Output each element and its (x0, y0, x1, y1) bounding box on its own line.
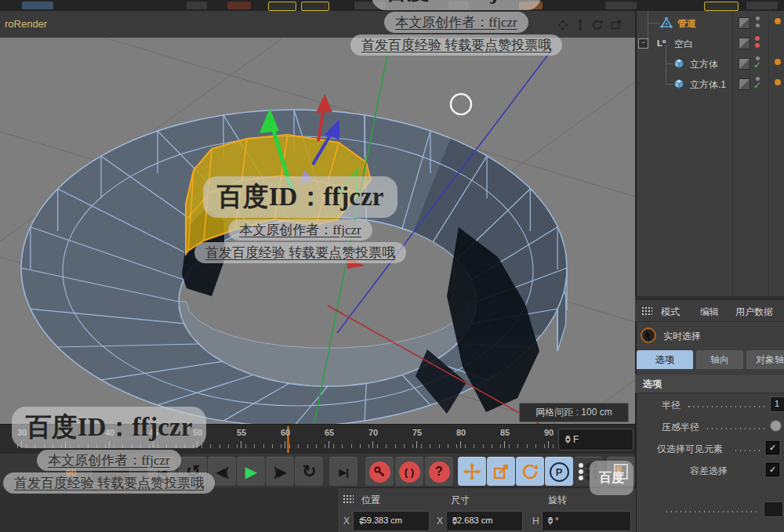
object-row-cube1[interactable]: 立方体.1 ✓ (637, 74, 784, 94)
timeline-major-ticks (21, 441, 561, 448)
layer-toggle[interactable] (739, 17, 750, 29)
visibility-dot-red[interactable] (755, 43, 760, 48)
tolerant-selection-checkbox[interactable]: ✓ (766, 463, 779, 476)
frame-label-40: 40 (99, 428, 121, 437)
menu-mode[interactable]: 模式 (661, 306, 680, 319)
rotation-h-field[interactable]: 0 ° (542, 511, 631, 531)
object-row-cube[interactable]: 立方体 ✓ (637, 53, 784, 74)
tag-dot[interactable] (775, 59, 781, 65)
field-spinner[interactable] (359, 516, 426, 527)
object-label[interactable]: 空白 (674, 38, 693, 51)
expander-icon[interactable]: − (638, 38, 648, 49)
viewport-menu-prorender[interactable]: roRender (5, 18, 47, 30)
section-title: 选项 (643, 378, 662, 391)
attribute-menubar: 模式 编辑 用户数据 (635, 300, 784, 322)
axis-h-label: H (532, 516, 539, 527)
radius-value-field[interactable]: 1 (770, 396, 784, 412)
visibility-dot[interactable] (756, 16, 760, 20)
keying-options-button[interactable]: ? (425, 457, 453, 487)
record-key-button[interactable] (365, 457, 394, 487)
end-frame-field[interactable] (91, 466, 130, 483)
snap-grid-button[interactable] (574, 457, 602, 487)
scale-tool-button[interactable] (487, 457, 515, 487)
frame-label-30: 30 (11, 428, 33, 437)
toolbar-icon-stub[interactable] (354, 2, 386, 9)
coordinates-panel: 位置 尺寸 旋转 X -59.383 cm X 82.683 cm H 0 ° (337, 487, 636, 532)
object-label[interactable]: 立方体.1 (690, 78, 726, 92)
viewport-pan-icon[interactable] (555, 17, 570, 32)
frame-label-85: 85 (494, 428, 516, 437)
viewport-rotate-icon[interactable] (590, 17, 604, 32)
frame-spinner[interactable] (565, 434, 630, 445)
cycle-forward-button[interactable]: ↻ (295, 457, 323, 487)
dotted-leader (707, 428, 767, 429)
enabled-check-icon[interactable]: ✓ (753, 80, 761, 91)
frame-label-55: 55 (230, 428, 252, 437)
toolbar-icon-stub[interactable] (746, 2, 778, 9)
rotate-tool-button[interactable] (516, 457, 544, 487)
extra-value-field[interactable] (764, 501, 783, 517)
viewport-maximize-icon[interactable] (608, 17, 623, 32)
position-x-field[interactable]: -59.383 cm (353, 511, 430, 531)
play-icon: ▶ (245, 462, 256, 481)
options-section-header[interactable]: 选项 (635, 374, 784, 393)
tab-options[interactable]: 选项 (637, 350, 693, 369)
object-label[interactable]: 立方体 (690, 58, 718, 71)
layer-toggle[interactable] (739, 58, 750, 70)
object-label[interactable]: 管道 (677, 17, 696, 31)
layout-button[interactable] (607, 457, 635, 487)
field-spinner[interactable] (452, 516, 519, 527)
coordinate-system-button[interactable]: P (545, 457, 573, 487)
frame-label-65: 65 (318, 428, 340, 437)
goto-start-button[interactable]: |◀ (147, 457, 176, 487)
size-x-field[interactable]: 82.683 cm (446, 511, 523, 531)
next-key-button[interactable]: )▶ (266, 457, 294, 487)
toolbar-icon-stub[interactable] (301, 2, 329, 11)
toolbar-icon-stub[interactable] (605, 2, 637, 9)
object-row-pipe[interactable]: 管道 (637, 13, 784, 33)
toolbar-icon-stub[interactable] (268, 2, 296, 11)
autokey-button[interactable]: ( ) (395, 457, 423, 487)
toolbar-icon-stub[interactable] (448, 2, 469, 9)
layer-toggle[interactable] (739, 38, 750, 49)
3d-viewport[interactable]: 网格间距 : 100 cm (0, 38, 635, 424)
dots-grid-icon (579, 463, 598, 480)
tab-axis[interactable]: 轴向 (696, 350, 743, 369)
panel-grip-icon[interactable] (641, 306, 652, 316)
object-row-null[interactable]: − L⁰ 空白 (637, 33, 784, 53)
toolbar-icon-stub[interactable] (187, 2, 207, 9)
field-spinner[interactable] (548, 516, 627, 527)
play-button[interactable]: ▶ (237, 457, 265, 487)
layer-toggle[interactable] (739, 78, 750, 90)
visible-only-checkbox[interactable]: ✓ (766, 441, 779, 454)
toolbar-icon-stub[interactable] (227, 2, 251, 9)
pressure-toggle[interactable] (770, 420, 782, 432)
goto-end-button[interactable]: ▶| (329, 457, 358, 487)
visibility-dot[interactable] (756, 24, 760, 27)
viewport-zoom-icon[interactable] (572, 17, 587, 32)
menu-edit[interactable]: 编辑 (700, 306, 719, 319)
enabled-check-icon[interactable]: ✓ (753, 60, 761, 71)
previous-key-button[interactable]: ◀( (208, 457, 236, 487)
visibility-dot-red[interactable] (755, 36, 760, 41)
autokey-icon: ( ) (399, 461, 420, 483)
move-tool-button[interactable] (458, 457, 486, 487)
param-label: 半径 (662, 399, 681, 412)
panel-grip-icon[interactable] (343, 494, 354, 504)
timeline-ruler[interactable]: 30354045505560657075808590 0 F (0, 424, 635, 454)
question-icon: ? (429, 461, 450, 483)
toolbar-icon-stub[interactable] (22, 2, 53, 9)
cycle-back-button[interactable]: ↺ (179, 457, 207, 487)
dotted-leader (688, 406, 767, 407)
toolbar-icon-stub[interactable] (519, 2, 543, 9)
menu-userdata[interactable]: 用户数据 (735, 306, 773, 319)
tag-dot[interactable] (775, 18, 781, 24)
tag-dot[interactable] (775, 79, 781, 85)
tab-object-axis[interactable]: 对象轴 (746, 350, 784, 369)
pipe-object-icon (660, 16, 673, 29)
current-frame-field[interactable]: 0 F (558, 429, 633, 451)
goto-start-icon: |◀ (157, 466, 166, 478)
top-toolbar-strip (0, 0, 784, 11)
toolbar-icon-stub[interactable] (704, 2, 739, 11)
layout-icon (612, 463, 630, 480)
